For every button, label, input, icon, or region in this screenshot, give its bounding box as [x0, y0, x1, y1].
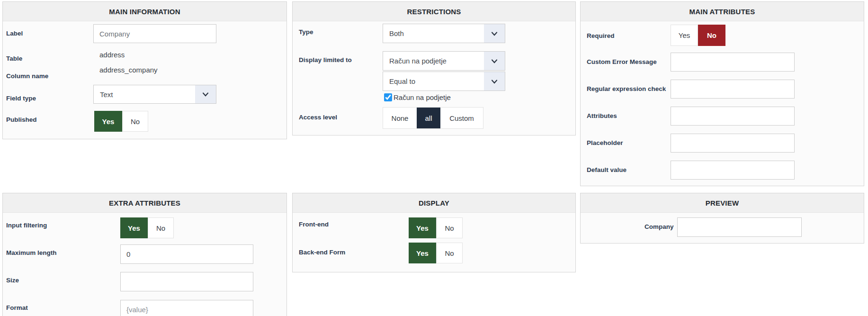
display-limited-field-select[interactable]: Račun na podjetje: [383, 51, 505, 71]
field-label-default-value: Default value: [587, 166, 626, 174]
required-no-button[interactable]: No: [698, 25, 725, 46]
field-type-select[interactable]: Text: [93, 85, 216, 104]
field-label-table: Table: [6, 54, 22, 63]
chevron-down-icon: [484, 52, 505, 70]
panel-restrictions: RESTRICTIONS Type Both Display limited t…: [292, 1, 576, 135]
front-end-no-button[interactable]: No: [436, 217, 463, 238]
field-label-field-type: Field type: [6, 94, 36, 103]
field-label-maximum-length: Maximum length: [6, 249, 57, 257]
display-limited-checkbox-row: Račun na podjetje: [384, 93, 451, 101]
attributes-input[interactable]: [671, 107, 795, 126]
panel-title: MAIN INFORMATION: [3, 2, 286, 21]
panel-preview: PREVIEW Company: [580, 193, 864, 244]
access-level-segmented-control: None all Custom: [383, 107, 483, 129]
field-type-selected-value: Text: [94, 85, 195, 103]
field-label-type: Type: [299, 28, 313, 36]
field-label-label: Label: [6, 29, 23, 38]
field-label-format: Format: [6, 304, 28, 312]
panel-title: EXTRA ATTRIBUTES: [3, 193, 286, 213]
label-input[interactable]: [93, 24, 216, 43]
field-label-column-name: Column name: [6, 72, 48, 81]
input-filtering-toggle: Yes No: [120, 217, 174, 238]
field-label-attributes: Attributes: [587, 112, 617, 120]
format-input[interactable]: [120, 300, 253, 316]
required-toggle: Yes No: [671, 25, 725, 46]
field-label-custom-error-message: Custom Error Message: [587, 58, 657, 66]
maximum-length-input[interactable]: [120, 244, 253, 264]
published-yes-button[interactable]: Yes: [94, 111, 122, 132]
display-limited-field-value: Račun na podjetje: [383, 52, 484, 70]
access-level-all-option[interactable]: all: [417, 108, 440, 128]
table-value: address: [99, 51, 125, 59]
display-limited-operator-value: Equal to: [383, 72, 484, 90]
input-filtering-yes-button[interactable]: Yes: [120, 217, 148, 238]
custom-error-message-input[interactable]: [671, 53, 795, 72]
field-label-published: Published: [6, 116, 37, 124]
regular-expression-check-input[interactable]: [671, 80, 795, 99]
published-toggle: Yes No: [94, 111, 148, 132]
field-label-back-end-form: Back-end Form: [299, 248, 345, 257]
field-label-regular-expression-check: Regular expression check: [587, 85, 666, 93]
column-name-value: address_company: [99, 66, 158, 74]
front-end-yes-button[interactable]: Yes: [409, 217, 436, 238]
panel-display: DISPLAY Front-end Yes No Back-end Form Y…: [292, 193, 576, 272]
field-label-display-limited-to: Display limited to: [299, 56, 352, 64]
panel-title: PREVIEW: [581, 193, 864, 213]
panel-main-attributes: MAIN ATTRIBUTES Required Yes No Custom E…: [580, 1, 864, 186]
placeholder-input[interactable]: [671, 134, 795, 153]
default-value-input[interactable]: [671, 161, 795, 180]
field-label-input-filtering: Input filtering: [6, 221, 47, 230]
type-select[interactable]: Both: [383, 24, 505, 43]
field-label-access-level: Access level: [299, 113, 337, 122]
panel-title: MAIN ATTRIBUTES: [581, 2, 864, 21]
panel-title: RESTRICTIONS: [293, 2, 575, 21]
front-end-toggle: Yes No: [409, 217, 463, 238]
field-label-size: Size: [6, 276, 19, 285]
display-limited-operator-select[interactable]: Equal to: [383, 72, 505, 91]
display-limited-checkbox[interactable]: [384, 93, 392, 101]
display-limited-checkbox-label: Račun na podjetje: [394, 93, 451, 101]
panel-title: DISPLAY: [293, 193, 575, 213]
published-no-button[interactable]: No: [122, 111, 148, 132]
chevron-down-icon: [484, 24, 505, 43]
panel-extra-attributes: EXTRA ATTRIBUTES Input filtering Yes No …: [2, 193, 287, 316]
input-filtering-no-button[interactable]: No: [148, 217, 174, 238]
preview-company-input[interactable]: [677, 217, 802, 237]
field-label-front-end: Front-end: [299, 220, 329, 229]
access-level-none-option[interactable]: None: [383, 108, 417, 128]
back-end-form-toggle: Yes No: [409, 243, 463, 263]
field-label-required: Required: [587, 32, 615, 40]
field-label-placeholder: Placeholder: [587, 139, 623, 147]
back-end-form-no-button[interactable]: No: [436, 243, 463, 263]
chevron-down-icon: [484, 72, 505, 90]
panel-main-information: MAIN INFORMATION Label Table address Col…: [2, 1, 287, 139]
type-selected-value: Both: [383, 24, 484, 43]
back-end-form-yes-button[interactable]: Yes: [409, 243, 436, 263]
access-level-custom-option[interactable]: Custom: [440, 108, 483, 128]
chevron-down-icon: [195, 85, 216, 103]
required-yes-button[interactable]: Yes: [671, 25, 698, 46]
size-input[interactable]: [120, 272, 253, 291]
preview-company-label: Company: [644, 223, 676, 231]
